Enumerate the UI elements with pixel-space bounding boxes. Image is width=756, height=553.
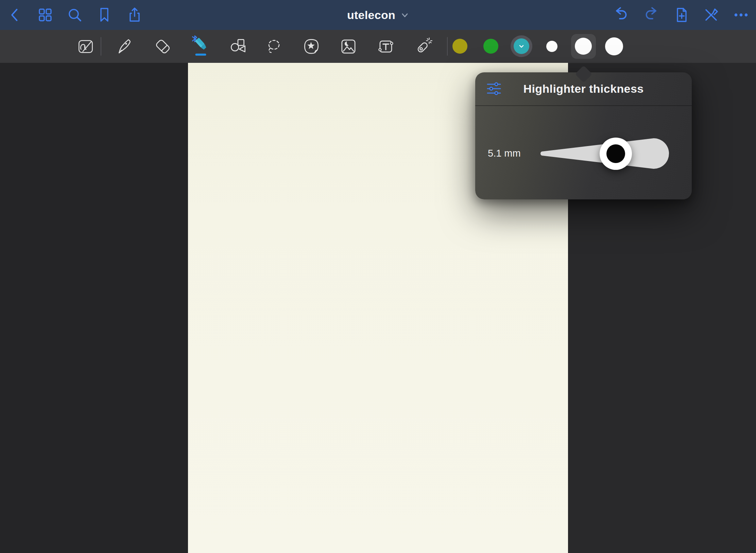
bookmark-icon — [95, 5, 114, 24]
highlighter-icon — [189, 35, 212, 58]
edit-mode-icon — [76, 37, 96, 56]
teal-swatch-circle — [514, 38, 529, 54]
redo-button[interactable] — [640, 4, 662, 25]
star-icon — [307, 42, 315, 49]
document-title: utelecon — [347, 8, 395, 22]
share-icon — [125, 5, 144, 24]
edit-mode-button[interactable] — [74, 35, 97, 58]
highlighter-tool-button[interactable] — [189, 35, 212, 58]
pen-off-icon — [702, 5, 721, 24]
tools-toolbar — [0, 30, 756, 63]
sparkle-icon — [426, 38, 432, 44]
document-title-button[interactable]: utelecon — [347, 0, 409, 30]
text-icon — [376, 37, 396, 56]
image-tool-button[interactable] — [337, 35, 360, 58]
eraser-tool-button[interactable] — [152, 35, 174, 58]
redo-icon — [641, 5, 660, 24]
moon-icon — [345, 41, 349, 46]
popover-title: Highlighter thickness — [523, 82, 643, 95]
search-icon — [65, 5, 84, 24]
popover-header: Highlighter thickness — [475, 72, 692, 106]
toolbar-divider — [101, 37, 101, 56]
share-button[interactable] — [124, 4, 145, 25]
page-overview-button[interactable] — [35, 4, 56, 25]
text-tool-button[interactable] — [375, 35, 397, 58]
shapes-icon — [229, 37, 248, 56]
shapes-tool-button[interactable] — [227, 35, 250, 58]
eraser-icon — [153, 37, 173, 56]
color-swatch-teal-selected[interactable] — [511, 35, 532, 57]
back-button[interactable] — [5, 4, 26, 25]
lasso-icon — [264, 37, 284, 56]
toolbar-divider — [447, 37, 448, 56]
sticker-tool-button[interactable] — [300, 35, 323, 58]
bookmark-button[interactable] — [94, 4, 115, 25]
undo-icon — [612, 5, 631, 24]
popover-body: 5.1 mm — [475, 106, 692, 199]
undo-button[interactable] — [611, 4, 632, 25]
lasso-tool-button[interactable] — [263, 35, 285, 58]
thickness-value-label: 5.1 mm — [488, 148, 521, 159]
thickness-option-small[interactable] — [546, 41, 557, 52]
add-page-icon — [672, 5, 691, 24]
more-icon — [732, 5, 751, 24]
color-swatch-olive[interactable] — [452, 39, 467, 54]
back-icon — [7, 5, 24, 24]
color-swatch-green[interactable] — [483, 39, 498, 54]
chevron-down-icon — [401, 11, 409, 19]
thickness-option-large[interactable] — [605, 37, 623, 55]
add-page-button[interactable] — [671, 4, 692, 25]
sliders-icon — [486, 81, 502, 97]
more-button[interactable] — [731, 4, 752, 25]
thickness-option-medium-selected[interactable] — [575, 38, 592, 55]
thickness-slider-thumb-dot — [606, 144, 625, 163]
highlighter-thickness-popover: Highlighter thickness 5.1 mm — [475, 72, 692, 199]
chevron-down-icon — [518, 43, 525, 50]
pen-icon — [115, 37, 135, 56]
navigation-bar: utelecon — [0, 0, 756, 30]
image-icon — [339, 37, 358, 56]
app-window: utelecon — [0, 0, 756, 553]
pen-off-toggle-button[interactable] — [701, 4, 722, 25]
sticker-icon — [302, 37, 321, 56]
pen-tool-button[interactable] — [114, 35, 136, 58]
laser-pointer-icon — [413, 37, 433, 56]
page-overview-icon — [36, 5, 55, 24]
thickness-slider-thumb[interactable] — [600, 138, 632, 170]
search-button[interactable] — [64, 4, 85, 25]
laser-pointer-tool-button[interactable] — [412, 35, 434, 58]
